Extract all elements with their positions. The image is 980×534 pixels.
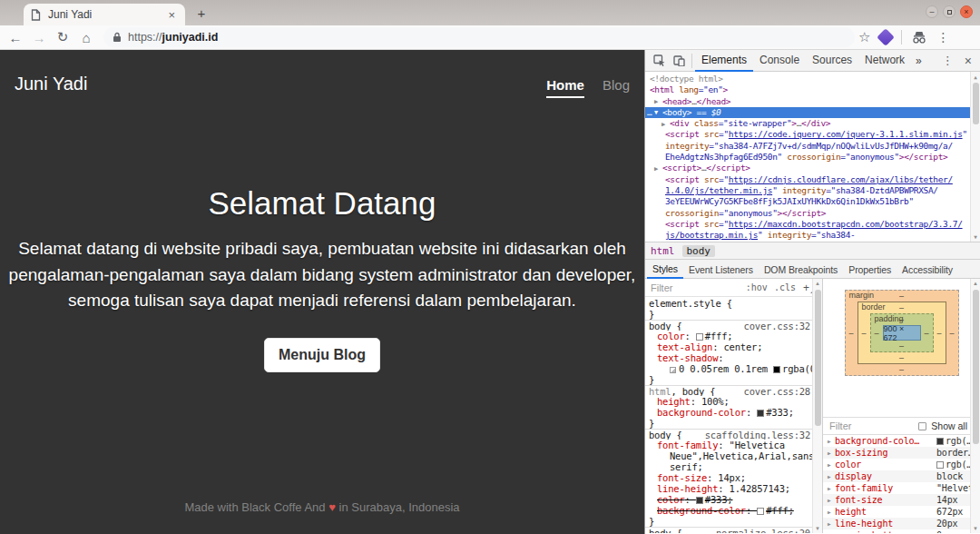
home-button[interactable]: ⌂ xyxy=(74,30,98,45)
resource-link[interactable]: js/bootstrap.min.js xyxy=(665,230,758,240)
disclosure-closed-icon[interactable]: ▶ xyxy=(654,96,662,107)
dom-line[interactable]: crossorigin="anonymous"></script> xyxy=(645,208,980,219)
devtools-menu-icon[interactable]: ⋮ xyxy=(937,54,958,67)
minimize-button[interactable]: – xyxy=(926,5,938,18)
style-row[interactable]: body {cover.css:32 xyxy=(645,320,822,331)
border-right-value[interactable]: – xyxy=(934,313,946,352)
show-all-label[interactable]: Show all xyxy=(931,420,967,431)
sidebar-tab-styles[interactable]: Styles xyxy=(647,260,683,279)
color-swatch[interactable] xyxy=(757,410,764,417)
style-row[interactable]: body {normalize.less:20 xyxy=(645,527,822,533)
address-bar[interactable]: https://juniyadi.id xyxy=(103,27,855,47)
devtools-tab-console[interactable]: Console xyxy=(753,50,806,72)
computed-row[interactable]: ▶colorrgb(… xyxy=(823,459,980,470)
stylesheet-link[interactable]: scaffolding.less:32 xyxy=(705,430,810,440)
new-style-rule-button[interactable]: + xyxy=(803,282,809,294)
sidebar-tab-event-listeners[interactable]: Event Listeners xyxy=(683,261,759,278)
dom-line[interactable]: js/bootstrap.min.js" integrity="sha384- xyxy=(645,230,980,241)
padding-bottom-value[interactable]: – xyxy=(871,341,933,351)
device-toolbar-button[interactable] xyxy=(669,51,689,71)
disclosure-open-icon[interactable]: ▼ xyxy=(654,107,662,118)
computed-row[interactable]: ▶displayblock xyxy=(823,470,980,482)
dom-line[interactable]: EheAdgtzNs3hpfag6Ed950n" crossorigin="an… xyxy=(645,152,980,163)
reload-button[interactable]: ↻ xyxy=(51,29,74,45)
disclosure-closed-icon[interactable]: ▶ xyxy=(662,119,670,130)
disclosure-closed-icon[interactable]: ▶ xyxy=(828,532,835,533)
style-row[interactable]: } xyxy=(645,418,822,429)
style-row[interactable]: text-shadow: xyxy=(645,352,822,363)
content-size[interactable]: 900 × 672 xyxy=(883,325,921,341)
disclosure-closed-icon[interactable]: ▶ xyxy=(828,485,835,491)
stylesheet-link[interactable]: cover.css:28 xyxy=(744,386,810,396)
padding-right-value[interactable]: – xyxy=(921,325,933,341)
style-row[interactable]: font-family: "Helvetica xyxy=(645,440,822,450)
computed-row[interactable]: ▶font-family"Helvet… xyxy=(823,482,980,494)
style-row[interactable]: body {scaffolding.less:32 xyxy=(645,429,822,440)
styles-scrollbar[interactable]: ▲ ▼ xyxy=(812,279,822,533)
scroll-up-icon[interactable]: ▲ xyxy=(971,74,980,80)
dom-line[interactable]: <html lang="en"> xyxy=(645,84,980,95)
dom-line[interactable]: 3eYEEUWrWCy7G5KFbe8fFjk5JAIxUYHKkDx6Qin1… xyxy=(645,196,980,207)
padding-left-value[interactable]: – xyxy=(871,325,883,341)
forward-button[interactable]: → xyxy=(27,30,51,45)
dom-line[interactable]: …▼<body> == $0 xyxy=(645,107,980,118)
devtools-tab-sources[interactable]: Sources xyxy=(806,50,858,72)
dom-line[interactable]: <!doctype html> xyxy=(645,74,980,84)
devtools-tab-network[interactable]: Network xyxy=(858,50,911,72)
style-row[interactable]: html, body {cover.css:28 xyxy=(645,385,822,396)
toggle-class-button[interactable]: .cls xyxy=(774,282,796,292)
scroll-down-icon[interactable]: ▼ xyxy=(971,526,980,531)
bookmark-star-icon[interactable]: ☆ xyxy=(858,29,870,45)
computed-scrollbar[interactable]: ▲ ▼ xyxy=(970,279,980,533)
scroll-thumb[interactable] xyxy=(973,290,979,444)
style-row[interactable]: } xyxy=(645,309,822,320)
disclosure-closed-icon[interactable]: ▶ xyxy=(828,438,835,444)
style-row[interactable]: line-height: 1.42857143; xyxy=(645,483,822,494)
stylesheet-link[interactable]: normalize.less:20 xyxy=(716,528,810,533)
style-row[interactable]: serif; xyxy=(645,461,822,472)
computed-row[interactable]: ▶height672px xyxy=(823,506,980,518)
color-swatch[interactable] xyxy=(696,333,703,341)
scroll-down-icon[interactable]: ▼ xyxy=(813,526,822,531)
computed-row[interactable]: ▶line-height20px xyxy=(823,518,980,529)
more-tabs-button[interactable]: » xyxy=(911,54,926,67)
dom-tree-scrollbar[interactable]: ▲ ▼ xyxy=(970,72,980,242)
color-swatch[interactable] xyxy=(936,461,944,469)
maximize-button[interactable] xyxy=(943,5,956,18)
style-row[interactable]: font-size: 14px; xyxy=(645,472,822,483)
dom-line[interactable]: ▶<script>…</script> xyxy=(645,163,980,173)
margin-bottom-value[interactable]: – xyxy=(846,364,958,375)
stylesheet-link[interactable]: cover.css:32 xyxy=(744,321,810,331)
show-all-checkbox[interactable] xyxy=(918,422,926,430)
margin-left-value[interactable]: – xyxy=(846,302,858,364)
scroll-thumb[interactable] xyxy=(815,290,821,426)
disclosure-closed-icon[interactable]: ▶ xyxy=(828,509,835,515)
border-bottom-value[interactable]: – xyxy=(858,352,946,363)
border-top-value[interactable]: – xyxy=(899,303,904,312)
scroll-thumb[interactable] xyxy=(973,83,979,124)
style-row[interactable]: text-align: center; xyxy=(645,341,822,352)
inspect-element-button[interactable] xyxy=(649,51,669,71)
style-row[interactable]: background-color: #fff; xyxy=(645,505,822,516)
disclosure-closed-icon[interactable]: ▶ xyxy=(828,497,835,503)
margin-top-value[interactable]: – xyxy=(899,292,904,301)
style-row[interactable]: 0 0.05rem 0.1rem rgba(0,0 xyxy=(645,363,822,374)
extension-icon[interactable] xyxy=(877,28,896,46)
breadcrumb-body[interactable]: body xyxy=(682,245,716,257)
close-window-button[interactable]: × xyxy=(960,5,973,18)
scroll-down-icon[interactable]: ▼ xyxy=(971,233,980,240)
resource-link[interactable]: https://maxcdn.bootstrapcdn.com/bootstra… xyxy=(729,219,963,229)
devtools-tab-elements[interactable]: Elements xyxy=(695,50,753,72)
nav-item-home[interactable]: Home xyxy=(546,77,584,98)
style-row[interactable]: Neue",Helvetica,Arial,sans- xyxy=(645,450,822,461)
computed-row[interactable]: ▶background-colo…rgb(… xyxy=(823,435,980,447)
style-row[interactable]: background-color: #333; xyxy=(645,407,822,418)
style-row[interactable]: color: #fff; xyxy=(645,331,822,341)
dom-line[interactable]: <script src="https://code.jquery.com/jqu… xyxy=(645,129,980,140)
breadcrumb-html[interactable]: html xyxy=(651,245,675,257)
computed-row[interactable]: ▶margin-bottom0px xyxy=(823,529,980,533)
margin-right-value[interactable]: – xyxy=(946,302,958,364)
tab-close-icon[interactable]: × xyxy=(165,8,178,22)
resource-link[interactable]: https://code.jquery.com/jquery-3.1.1.sli… xyxy=(729,129,963,139)
dom-line[interactable]: ▶<div class="site-wrapper">…</div> xyxy=(645,118,980,129)
